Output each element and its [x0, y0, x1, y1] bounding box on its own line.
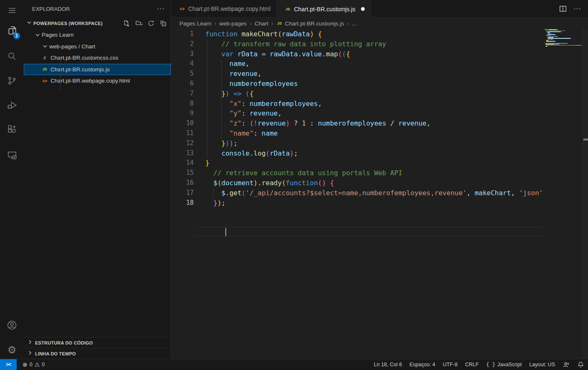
braces-icon: { } [486, 362, 495, 367]
explorer-badge: 1 [13, 33, 20, 39]
breadcrumb-item[interactable]: Chart [255, 20, 268, 27]
run-debug-icon[interactable] [0, 98, 24, 112]
breadcrumb-label: Chart [255, 20, 268, 27]
line-number-gutter[interactable]: 123456789101112131415161718 [171, 29, 194, 208]
line-number[interactable]: 18 [171, 198, 194, 208]
feedback-icon[interactable] [559, 359, 573, 370]
code-line: numberofemployees [205, 79, 544, 89]
tree-file-chart-pt-br-webpage-copy-html[interactable]: <>Chart.pt-BR.webpage.copy.html [24, 75, 171, 87]
sidebar-title: EXPLORADOR [32, 6, 70, 12]
current-line-highlight [196, 227, 544, 237]
editor-area: <>Chart.pt-BR.webpage.copy.htmlJSChart.p… [171, 0, 588, 359]
tree-item-label: Chart.pt-BR.customcss.css [50, 55, 119, 61]
status-item-espa-os-4[interactable]: Espaços: 4 [406, 359, 439, 370]
line-number[interactable]: 12 [171, 138, 194, 149]
collapse-all-icon[interactable] [160, 20, 167, 27]
tree-file-chart-pt-br-customcss-css[interactable]: #Chart.pt-BR.customcss.css [24, 52, 171, 64]
line-number[interactable]: 17 [171, 188, 194, 198]
status-item-label: Ln 18, Col 6 [374, 362, 402, 367]
line-number[interactable]: 8 [171, 99, 194, 109]
line-number[interactable]: 7 [171, 89, 194, 99]
line-number[interactable]: 1 [171, 29, 194, 39]
breadcrumb-label: web-pages [219, 20, 247, 27]
panel-timeline[interactable]: LINHA DO TEMPO [24, 348, 171, 359]
split-editor-icon[interactable] [559, 5, 567, 13]
more-actions-icon[interactable]: ··· [157, 5, 165, 13]
new-file-icon[interactable] [124, 20, 130, 27]
explorer-icon[interactable]: 1 [0, 23, 24, 38]
tab-chart-pt-br-customjs-js[interactable]: JSChart.pt-BR.customjs.js [277, 0, 371, 18]
chevron-down-icon [34, 32, 41, 38]
panel-outline-label: ESTRUTURA DO CÓDIGO [35, 340, 93, 345]
status-item-ln-18-col-6[interactable]: Ln 18, Col 6 [370, 359, 406, 370]
line-number[interactable]: 15 [171, 168, 194, 178]
remote-explorer-icon[interactable] [0, 148, 24, 162]
tab-chart-pt-br-webpage-copy-html[interactable]: <>Chart.pt-BR.webpage.copy.html [171, 0, 277, 18]
account-icon[interactable] [0, 318, 24, 332]
code-line: $(document).ready(function() { [205, 178, 544, 188]
notifications-bell-icon[interactable] [573, 359, 588, 370]
status-item-utf-8[interactable]: UTF-8 [439, 359, 461, 370]
activity-bar: 1 ⚙ [0, 0, 24, 359]
status-item-label: UTF-8 [443, 362, 457, 367]
line-number[interactable]: 10 [171, 118, 194, 128]
status-item-layout-us[interactable]: Layout: US [525, 359, 559, 370]
remote-indicator[interactable]: >< [0, 359, 17, 370]
status-item-label: Layout: US [529, 362, 555, 367]
new-folder-icon[interactable] [136, 20, 142, 27]
editor-more-actions-icon[interactable]: ··· [573, 5, 581, 13]
code-line: // retrieve accounts data using portals … [205, 168, 544, 178]
breadcrumb-item[interactable]: ... [352, 20, 356, 27]
status-bar-right: Ln 18, Col 6Espaços: 4UTF-8CRLF{ }JavaSc… [370, 359, 588, 370]
refresh-icon[interactable] [148, 20, 154, 27]
remote-icon: >< [6, 362, 11, 367]
tree-item-label: web-pages / Chart [49, 43, 95, 50]
code-line: console.log(rData); [205, 149, 544, 159]
menu-icon[interactable] [0, 3, 24, 18]
status-item-javascript[interactable]: { }JavaScript [482, 359, 525, 370]
settings-gear-icon[interactable]: ⚙ [0, 343, 24, 357]
warning-icon: ⚠ [35, 361, 40, 368]
status-item-crlf[interactable]: CRLF [461, 359, 482, 370]
line-number[interactable]: 4 [171, 59, 194, 69]
code-editor[interactable]: 123456789101112131415161718 function mak… [171, 29, 588, 359]
code-line: function makeChart(rawData) { [205, 29, 544, 39]
line-number[interactable]: 13 [171, 149, 194, 159]
code-line: var rData = rawData.value.map(({ [205, 49, 544, 59]
line-number[interactable]: 3 [171, 49, 194, 59]
chevron-down-icon [42, 43, 48, 50]
tree-folder-pages-learn[interactable]: Pages Learn [24, 29, 171, 41]
line-number[interactable]: 14 [171, 158, 194, 168]
tree-file-chart-pt-br-customjs-js[interactable]: JSChart.pt-BR.customjs.js [24, 64, 171, 76]
extensions-icon[interactable] [0, 122, 24, 136]
line-number[interactable]: 5 [171, 69, 194, 79]
overview-ruler-marker [583, 138, 588, 141]
breadcrumb-item[interactable]: web-pages [219, 20, 247, 27]
line-number[interactable]: 9 [171, 108, 194, 118]
code-line: "z": (!revenue) ? 1 : numberofemployees … [205, 118, 544, 128]
html-file-icon: <> [41, 78, 48, 83]
error-icon: ⊗ [23, 361, 28, 368]
code-line: "x": numberofemployees, [205, 99, 544, 109]
tab-bar: <>Chart.pt-BR.webpage.copy.htmlJSChart.p… [171, 0, 588, 18]
tree-folder-web-pages-chart[interactable]: web-pages / Chart [24, 41, 171, 53]
html-file-icon: <> [179, 6, 185, 11]
js-file-icon: JS [41, 67, 48, 71]
minimap[interactable] [545, 29, 582, 47]
js-file-icon: JS [276, 21, 283, 25]
problems-indicator[interactable]: ⊗ 0 ⚠ 0 [23, 361, 45, 368]
panel-outline[interactable]: ESTRUTURA DO CÓDIGO [24, 337, 171, 348]
tree-item-label: Pages Learn [42, 32, 74, 38]
modified-indicator[interactable] [361, 7, 365, 11]
breadcrumb-item[interactable]: Pages Learn [179, 20, 212, 27]
workspace-section-header[interactable]: POWERPAGES (WORKSPACE) [24, 18, 171, 29]
search-icon[interactable] [0, 49, 24, 63]
line-number[interactable]: 2 [171, 39, 194, 49]
breadcrumb-item[interactable]: JSChart.pt-BR.customjs.js [276, 20, 344, 27]
source-control-icon[interactable] [0, 73, 24, 88]
breadcrumb-separator: › [347, 20, 349, 27]
scrollbar[interactable] [583, 29, 588, 359]
line-number[interactable]: 16 [171, 178, 194, 188]
line-number[interactable]: 6 [171, 79, 194, 89]
line-number[interactable]: 11 [171, 128, 194, 138]
